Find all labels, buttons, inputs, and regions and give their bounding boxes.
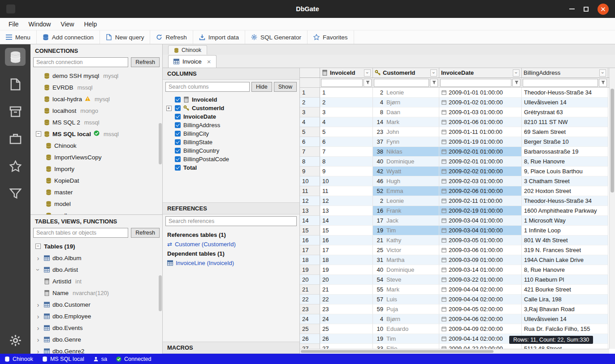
customerid-cell[interactable]: 10Eduardo — [373, 324, 439, 334]
column-checkbox[interactable] — [175, 97, 181, 103]
maximize-button[interactable] — [584, 7, 589, 12]
invoiceid-cell[interactable]: 25 — [320, 324, 373, 334]
column-checkbox-item[interactable]: + CustomerId — [163, 104, 299, 112]
column-checkbox[interactable] — [175, 148, 181, 154]
row-number-cell[interactable]: 5 — [300, 127, 320, 137]
billingaddress-cell[interactable]: Ullevålsveien 14 — [522, 98, 608, 107]
customerid-cell[interactable]: 40Dominique — [373, 265, 439, 275]
minimize-button[interactable] — [569, 9, 575, 9]
invoiceid-cell[interactable]: 20 — [320, 275, 373, 285]
chevron-right-icon[interactable]: › — [37, 313, 39, 320]
row-number-cell[interactable]: 24 — [300, 314, 320, 324]
menu-help[interactable]: Help — [79, 19, 102, 29]
billingaddress-cell[interactable]: 1 Infinite Loop — [522, 226, 608, 236]
table-row[interactable]: 7 7 38Niklas 2009-02-01 01:00:00 Barbaro… — [300, 147, 609, 157]
connection-item[interactable]: Importy — [30, 163, 162, 175]
row-number-cell[interactable]: 25 — [300, 324, 320, 334]
table-row[interactable]: 12 12 2Leonie 2009-02-11 01:00:00 Theodo… — [300, 196, 609, 206]
column-checkbox-item[interactable]: InvoiceDate — [163, 112, 299, 121]
search-columns-input[interactable] — [165, 82, 250, 92]
connection-item[interactable]: ImportViewsCopy — [30, 151, 162, 163]
table-item[interactable]: › dbo.Genre — [30, 334, 162, 345]
invoicedate-cell[interactable]: 2009-04-04 02:00:00 — [439, 285, 522, 295]
table-row[interactable]: 4 4 14Mark 2009-01-06 01:00:00 8210 111 … — [300, 117, 609, 127]
invoiceid-cell[interactable]: 27 — [320, 344, 373, 349]
column-header-billingaddress[interactable]: BillingAddress › — [522, 68, 608, 77]
menu-file[interactable]: File — [4, 19, 24, 29]
invoiceid-cell[interactable]: 4 — [320, 117, 373, 127]
billingaddress-cell[interactable]: 1 Microsoft Way — [522, 216, 608, 226]
table-item[interactable]: › dbo.Genre2 — [30, 345, 162, 354]
column-checkbox[interactable] — [175, 165, 181, 171]
customerid-cell[interactable]: 8Daan — [373, 107, 439, 117]
row-number-cell[interactable]: 23 — [300, 304, 320, 314]
filter-input-customerid[interactable] — [374, 79, 429, 87]
search-connection-input[interactable] — [33, 57, 128, 67]
menu-button[interactable]: Menu — [0, 30, 37, 44]
table-row[interactable]: 27 27 33Ellie 2009-04-22 02:00:00 5112 4… — [300, 344, 609, 349]
customerid-cell[interactable]: 17Jack — [373, 216, 439, 226]
statusbar-database[interactable]: Chinook — [0, 354, 38, 364]
collapse-icon[interactable]: − — [35, 244, 41, 249]
column-checkbox[interactable] — [175, 122, 181, 128]
invoicedate-cell[interactable]: 2009-03-22 01:00:00 — [439, 275, 522, 285]
briefcase-icon[interactable] — [5, 130, 26, 148]
row-number-cell[interactable]: 2 — [300, 98, 320, 107]
invoicedate-cell[interactable]: 2009-02-01 01:00:00 — [439, 157, 522, 167]
customerid-cell[interactable]: 4Bjørn — [373, 98, 439, 107]
billingaddress-cell[interactable]: Berger Straße 10 — [522, 137, 608, 147]
column-header-customerid[interactable]: CustomerId › — [373, 68, 439, 77]
column-checkbox-item[interactable]: InvoiceId — [163, 95, 299, 104]
connection-item[interactable]: msdb — [30, 210, 162, 214]
filter-funnel-icon[interactable] — [430, 79, 438, 87]
row-number-cell[interactable]: 21 — [300, 285, 320, 295]
invoicedate-cell[interactable]: 2009-01-06 01:00:00 — [439, 117, 522, 127]
filter-input-invoiceid[interactable] — [321, 79, 363, 87]
invoicedate-cell[interactable]: 2009-04-22 02:00:00 — [439, 344, 522, 349]
menu-view[interactable]: View — [56, 19, 79, 29]
table-row[interactable]: 11 11 52Emma 2009-02-06 01:00:00 202 Hox… — [300, 186, 609, 196]
invoiceid-cell[interactable]: 3 — [320, 107, 373, 117]
invoicedate-cell[interactable]: 2009-01-02 01:00:00 — [439, 98, 522, 107]
column-checkbox-item[interactable]: BillingPostalCode — [163, 155, 299, 163]
connection-item[interactable]: − MS SQL local mssql — [30, 128, 162, 140]
invoiceid-cell[interactable]: 6 — [320, 137, 373, 147]
close-button[interactable]: ✕ — [598, 4, 609, 15]
invoiceid-cell[interactable]: 11 — [320, 186, 373, 196]
table-item[interactable]: › dbo.Artist — [30, 264, 162, 275]
table-item[interactable]: › dbo.Employee — [30, 310, 162, 322]
column-menu-button[interactable]: › — [599, 69, 606, 77]
row-number-cell[interactable]: 14 — [300, 216, 320, 226]
invoiceid-cell[interactable]: 2 — [320, 98, 373, 107]
customerid-cell[interactable]: 2Leonie — [373, 196, 439, 206]
table-row[interactable]: 3 3 8Daan 2009-01-03 01:00:00 Grétrystra… — [300, 107, 609, 117]
archive-icon[interactable] — [5, 103, 26, 120]
invoiceid-cell[interactable]: 8 — [320, 157, 373, 167]
row-number-cell[interactable]: 7 — [300, 147, 320, 157]
connection-item[interactable]: demo SSH mysql mysql — [30, 70, 162, 81]
table-row[interactable]: 22 22 57Luis 2009-04-04 02:00:00 Calle L… — [300, 295, 609, 304]
row-number-cell[interactable]: 16 — [300, 236, 320, 245]
invoiceid-cell[interactable]: 14 — [320, 216, 373, 226]
chevron-right-icon[interactable]: › — [37, 336, 39, 343]
table-row[interactable]: 16 16 21Kathy 2009-03-05 01:00:00 801 W … — [300, 236, 609, 245]
invoicedate-cell[interactable]: 2009-03-05 01:00:00 — [439, 236, 522, 245]
row-number-cell[interactable]: 9 — [300, 167, 320, 176]
row-number-cell[interactable]: 13 — [300, 206, 320, 216]
customerid-cell[interactable]: 19Tim — [373, 226, 439, 236]
row-number-cell[interactable]: 19 — [300, 265, 320, 275]
invoiceid-cell[interactable]: 12 — [320, 196, 373, 206]
column-menu-button[interactable]: › — [513, 69, 520, 77]
table-item[interactable]: Name nvarchar(120) — [30, 287, 162, 299]
table-row[interactable]: 2 2 4Bjørn 2009-01-02 01:00:00 Ullevålsv… — [300, 98, 609, 107]
invoicedate-cell[interactable]: 2009-01-03 01:00:00 — [439, 107, 522, 117]
billingaddress-cell[interactable]: 8, Rue Hanovre — [522, 157, 608, 167]
column-header-invoicedate[interactable]: InvoiceDate › — [439, 68, 522, 77]
billingaddress-cell[interactable]: Theodor-Heuss-Straße 34 — [522, 196, 608, 206]
connection-item[interactable]: localhost mongo — [30, 105, 162, 116]
row-number-cell[interactable]: 4 — [300, 117, 320, 127]
horizontal-scrollbar[interactable] — [300, 349, 609, 354]
customerid-cell[interactable]: 40Dominique — [373, 157, 439, 167]
table-row[interactable]: 25 25 10Eduardo 2009-04-09 02:00:00 Rua … — [300, 324, 609, 334]
row-number-cell[interactable]: 27 — [300, 344, 320, 349]
